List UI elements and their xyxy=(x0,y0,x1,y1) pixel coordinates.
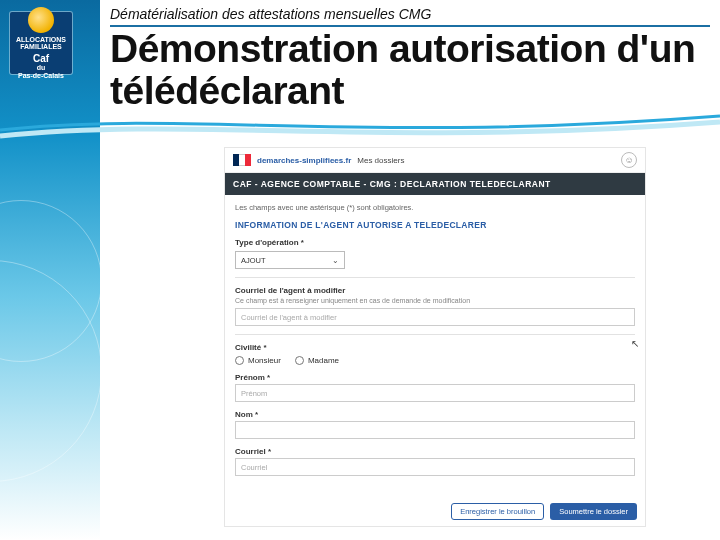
left-decorative-band: ALLOCATIONS FAMILIALES Caf du Pas-de-Cal… xyxy=(0,0,100,540)
divider xyxy=(235,334,635,335)
site-brand[interactable]: demarches-simplifiees.fr xyxy=(257,156,351,165)
type-operation-select[interactable]: AJOUT ⌄ xyxy=(235,251,345,269)
form-body: Les champs avec une astérisque (*) sont … xyxy=(225,195,645,492)
france-flag-icon xyxy=(233,154,251,166)
slide: ALLOCATIONS FAMILIALES Caf du Pas-de-Cal… xyxy=(0,0,720,540)
courriel-label: Courriel * xyxy=(235,447,635,456)
submit-button[interactable]: Soumettre le dossier xyxy=(550,503,637,520)
cursor-icon: ↖ xyxy=(631,338,639,349)
embedded-form: demarches-simplifiees.fr Mes dossiers ☺ … xyxy=(225,148,645,526)
user-menu-icon[interactable]: ☺ xyxy=(621,152,637,168)
radio-madame[interactable]: Madame xyxy=(295,356,339,365)
nom-label: Nom * xyxy=(235,410,635,419)
wave-divider xyxy=(0,110,720,142)
section-heading: INFORMATION DE L'AGENT AUTORISE A TELEDE… xyxy=(235,220,635,230)
divider xyxy=(235,277,635,278)
form-title-banner: CAF - AGENCE COMPTABLE - CMG : DECLARATI… xyxy=(225,173,645,195)
courriel-modifier-input[interactable]: Courriel de l'agent à modifier xyxy=(235,308,635,326)
nav-mes-dossiers[interactable]: Mes dossiers xyxy=(357,156,404,165)
courriel-modifier-hint: Ce champ est à renseigner uniquement en … xyxy=(235,297,635,304)
prenom-label: Prénom * xyxy=(235,373,635,382)
civilite-label: Civilité * xyxy=(235,343,635,352)
prenom-input[interactable]: Prénom xyxy=(235,384,635,402)
type-operation-value: AJOUT xyxy=(241,256,266,265)
civilite-radios: Monsieur Madame xyxy=(235,356,635,365)
radio-monsieur[interactable]: Monsieur xyxy=(235,356,281,365)
type-operation-label: Type d'opération * xyxy=(235,238,635,247)
form-header: demarches-simplifiees.fr Mes dossiers ☺ xyxy=(225,148,645,173)
courriel-modifier-label: Courriel de l'agent à modifier xyxy=(235,286,635,295)
caf-logo: ALLOCATIONS FAMILIALES Caf du Pas-de-Cal… xyxy=(10,12,72,74)
courriel-input[interactable]: Courriel xyxy=(235,458,635,476)
mandatory-hint: Les champs avec une astérisque (*) sont … xyxy=(235,203,635,212)
nom-input[interactable] xyxy=(235,421,635,439)
sun-icon xyxy=(28,7,54,33)
chevron-down-icon: ⌄ xyxy=(332,256,339,265)
caf-logo-text: ALLOCATIONS FAMILIALES Caf du Pas-de-Cal… xyxy=(16,7,66,80)
pre-title: Dématérialisation des attestations mensu… xyxy=(110,6,431,22)
save-draft-button[interactable]: Enregistrer le brouillon xyxy=(451,503,544,520)
page-title: Démonstration autorisation d'un télédécl… xyxy=(110,28,710,112)
form-footer-buttons: Enregistrer le brouillon Soumettre le do… xyxy=(451,503,637,520)
